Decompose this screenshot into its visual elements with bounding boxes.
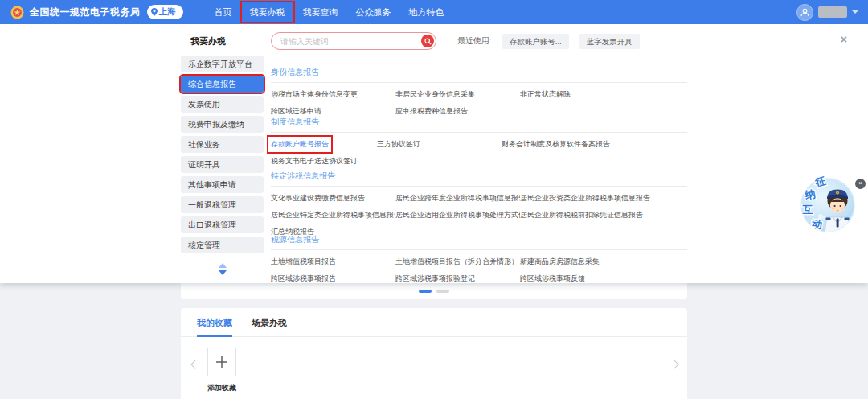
menu-item[interactable]: 新建商品房房源信息采集: [520, 257, 687, 267]
nav-i-want-to-query[interactable]: 我要查询: [294, 2, 347, 23]
nav-public-services[interactable]: 公众服务: [347, 2, 400, 23]
scroll-down-icon[interactable]: [219, 270, 227, 275]
chevron-down-icon[interactable]: [852, 10, 858, 14]
section-title: 制度信息报告: [271, 117, 687, 128]
sidebar-title: 我要办税: [190, 35, 264, 47]
menu-item[interactable]: 跨区域涉税事项报告: [271, 274, 395, 284]
menu-item[interactable]: 跨区域涉税事项反馈: [520, 274, 687, 284]
section-title: 税源信息报告: [271, 234, 687, 245]
main-nav: 首页 我要办税 我要查询 公众服务 地方特色: [206, 0, 453, 24]
mascot-char-2: 纳: [804, 187, 817, 201]
pagination-dot-active[interactable]: [419, 290, 432, 293]
menu-item[interactable]: 跨区域涉税事项报验登记: [395, 274, 520, 284]
section-tax-source-info-report: 税源信息报告 土地增值税项目报告 土地增值税项目报告（拆分合并情形） 新建商品房…: [271, 234, 687, 284]
section-specific-tax-info-report: 特定涉税信息报告 文化事业建设费缴费信息报告 居民企业跨年度企业所得税事项信息报…: [271, 171, 687, 237]
recent-item-blue-invoice[interactable]: 蓝字发票开具: [579, 34, 640, 49]
app-title: 全国统一规范电子税务局: [30, 6, 141, 19]
location-selector[interactable]: 上海: [147, 5, 183, 19]
sidebar-item-leqi-platform[interactable]: 乐企数字开放平台: [181, 56, 264, 72]
top-header: 全国统一规范电子税务局 上海 首页 我要办税 我要查询 公众服务 地方特色: [0, 0, 868, 24]
mascot-officer-icon: 征 纳 互 动: [800, 170, 857, 237]
menu-item[interactable]: 文化事业建设费缴费信息报告: [271, 193, 395, 204]
mascot-close-button[interactable]: ×: [855, 179, 866, 189]
menu-sidebar: 我要办税 乐企数字开放平台 综合信息报告 发票使用 税费申报及缴纳 社保业务 证…: [181, 34, 264, 275]
menu-item[interactable]: 居民企业所得税税前扣除凭证信息报告: [520, 210, 687, 220]
menu-item[interactable]: 居民企业特定类企业所得税事项信息报告: [271, 210, 395, 220]
sidebar-item-social-security[interactable]: 社保业务: [181, 136, 264, 153]
menu-item[interactable]: 土地增值税项目报告（拆分合并情形）: [395, 257, 520, 267]
pagination-dot[interactable]: [436, 290, 449, 293]
menu-item[interactable]: 居民企业跨年度企业所得税事项信息报告: [395, 193, 520, 204]
location-label: 上海: [159, 6, 176, 18]
search-icon: [424, 38, 432, 45]
divider: [271, 186, 687, 187]
nav-i-want-to-do-tax[interactable]: 我要办税: [241, 2, 294, 23]
nav-home[interactable]: 首页: [206, 2, 241, 23]
favorites-tabs: 我的收藏 场景办税: [181, 308, 687, 337]
menu-item[interactable]: 涉税市场主体身份信息变更: [271, 89, 395, 100]
tax-bureau-emblem-icon: [10, 6, 24, 19]
menu-row: 文化事业建设费缴费信息报告 居民企业跨年度企业所得税事项信息报告 居民企业投资类…: [271, 193, 687, 204]
chevron-right-icon[interactable]: [669, 360, 678, 368]
person-icon: [800, 7, 810, 18]
menu-item-deposit-account-report-highlighted[interactable]: 存款账户账号报告: [271, 139, 329, 150]
mascot-char-4: 动: [810, 217, 823, 231]
menu-row: 跨区域迁移申请 应申报税费种信息报告: [271, 106, 687, 117]
menu-item[interactable]: 三方协议签订: [377, 139, 502, 150]
search-button[interactable]: [421, 35, 434, 47]
sidebar-item-tax-declaration-payment[interactable]: 税费申报及缴纳: [181, 116, 264, 133]
tax-interaction-mascot-widget[interactable]: 征 纳 互 动: [800, 170, 857, 237]
menu-row: 涉税市场主体身份信息变更 非居民企业身份信息采集 非正常状态解除: [271, 89, 687, 100]
carousel-pagination: [181, 283, 687, 299]
menu-row: 跨区域涉税事项报告 跨区域涉税事项报验登记 跨区域涉税事项反馈: [271, 274, 687, 284]
close-icon[interactable]: ×: [841, 34, 847, 45]
search-input[interactable]: [280, 35, 417, 49]
divider: [271, 249, 687, 250]
menu-row: 土地增值税项目报告 土地增值税项目报告（拆分合并情形） 新建商品房房源信息采集: [271, 257, 687, 267]
menu-item[interactable]: 税务文书电子送达协议签订: [271, 156, 395, 167]
add-favorite-label: 添加收藏: [195, 383, 248, 393]
location-pin-icon: [151, 8, 158, 16]
recent-item-deposit-account[interactable]: 存款账户账号...: [502, 34, 569, 49]
menu-search-row: 最近使用: 存款账户账号... 蓝字发票开具: [271, 32, 640, 50]
search-box: [271, 32, 436, 50]
menu-row: 存款账户账号报告 三方协议签订 财务会计制度及核算软件备案报告: [271, 139, 687, 150]
sidebar-scroll-control[interactable]: [181, 263, 264, 275]
sidebar-item-invoice-use[interactable]: 发票使用: [181, 96, 264, 113]
menu-item[interactable]: 应申报税费种信息报告: [395, 106, 520, 117]
username-redacted[interactable]: [818, 6, 847, 18]
tab-my-favorites[interactable]: 我的收藏: [197, 317, 232, 337]
menu-item[interactable]: 土地增值税项目报告: [271, 257, 395, 267]
nav-local-features[interactable]: 地方特色: [400, 2, 453, 23]
recently-used-label: 最近使用:: [457, 35, 492, 47]
divider: [271, 132, 687, 133]
section-system-info-report: 制度信息报告 存款账户账号报告 三方协议签订 财务会计制度及核算软件备案报告 税…: [271, 117, 687, 167]
user-area: [796, 4, 858, 21]
tab-scenario-tax[interactable]: 场景办税: [252, 317, 287, 336]
chevron-left-icon[interactable]: [190, 360, 199, 368]
plus-icon: [215, 356, 228, 368]
sidebar-item-certificate-issuance[interactable]: 证明开具: [181, 156, 264, 173]
menu-item[interactable]: 非居民企业身份信息采集: [395, 89, 520, 100]
mascot-char-3: 互: [802, 204, 813, 216]
menu-item[interactable]: 跨区域迁移申请: [271, 106, 395, 117]
sidebar-item-general-refund[interactable]: 一般退税管理: [181, 196, 264, 213]
sidebar-item-comprehensive-info-report[interactable]: 综合信息报告: [181, 76, 264, 93]
menu-item[interactable]: 非正常状态解除: [520, 89, 687, 100]
tax-mega-menu-panel: × 我要办税 乐企数字开放平台 综合信息报告 发票使用 税费申报及缴纳 社保业务…: [0, 24, 868, 283]
section-identity-info-report: 身份信息报告 涉税市场主体身份信息变更 非居民企业身份信息采集 非正常状态解除 …: [271, 67, 687, 117]
sidebar-item-other-matters[interactable]: 其他事项申请: [181, 176, 264, 193]
user-avatar[interactable]: [796, 4, 813, 21]
sidebar-item-export-refund[interactable]: 出口退税管理: [181, 216, 264, 233]
section-title: 身份信息报告: [271, 67, 687, 78]
menu-item[interactable]: 居民企业投资类企业所得税事项信息报告: [520, 193, 687, 204]
sidebar-item-assessment-management[interactable]: 核定管理: [181, 237, 264, 253]
menu-row: 居民企业特定类企业所得税事项信息报告 居民企业适用企业所得税事项处理方式信息报.…: [271, 210, 687, 220]
menu-item[interactable]: 居民企业适用企业所得税事项处理方式信息报...: [395, 210, 520, 220]
add-favorite-button[interactable]: [207, 348, 236, 376]
scroll-up-icon[interactable]: [219, 263, 227, 268]
menu-item[interactable]: 财务会计制度及核算软件备案报告: [502, 139, 669, 150]
favorites-body: 添加收藏: [181, 337, 687, 399]
section-title: 特定涉税信息报告: [271, 171, 687, 182]
divider: [271, 82, 687, 83]
